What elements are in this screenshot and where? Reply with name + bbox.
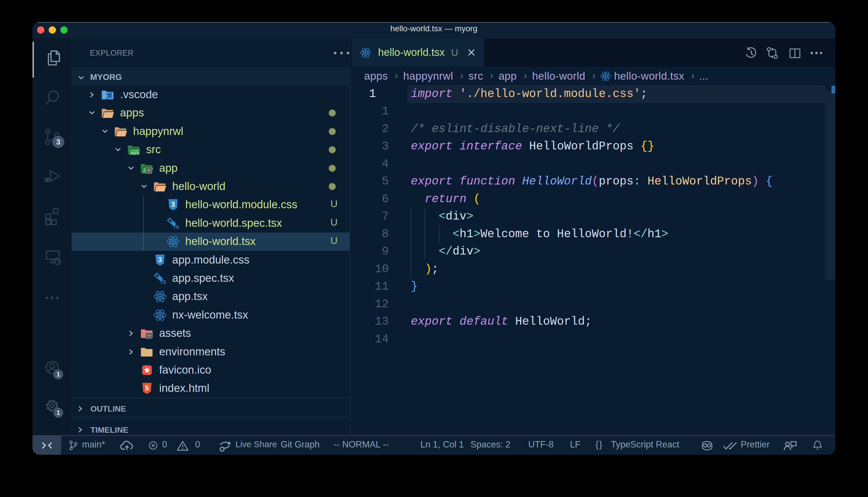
svg-text:</>: </> (131, 151, 140, 156)
svg-text:3: 3 (158, 256, 162, 264)
svg-text:TS: TS (160, 280, 166, 285)
svg-text:3: 3 (171, 201, 175, 209)
svg-text:TS: TS (173, 225, 179, 230)
svg-text:5: 5 (145, 385, 149, 392)
